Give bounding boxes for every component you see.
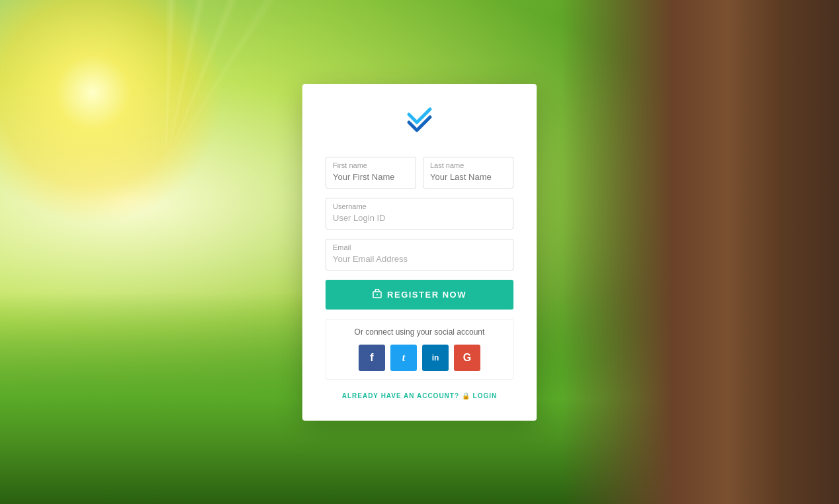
social-divider-text: Or connect using your social account xyxy=(334,327,505,337)
registration-card: First name Last name Username Email REGI… xyxy=(302,84,537,421)
linkedin-icon: in xyxy=(432,353,439,362)
logo-area xyxy=(326,104,513,138)
svg-point-1 xyxy=(376,294,378,295)
first-name-input[interactable] xyxy=(333,172,409,182)
brand-logo xyxy=(402,104,437,138)
google-icon: G xyxy=(463,352,471,364)
tree-layer xyxy=(561,0,839,504)
facebook-icon: f xyxy=(370,352,373,364)
name-row: First name Last name xyxy=(326,157,513,189)
google-button[interactable]: G xyxy=(454,345,480,371)
login-link[interactable]: ALREADY HAVE AN ACCOUNT? 🔒 LOGIN xyxy=(342,392,498,399)
email-input[interactable] xyxy=(333,254,506,264)
already-account-text: ALREADY HAVE AN ACCOUNT? xyxy=(342,392,459,399)
linkedin-button[interactable]: in xyxy=(422,345,449,371)
username-field: Username xyxy=(326,198,513,230)
sun-rays xyxy=(0,0,331,331)
register-icon xyxy=(373,289,382,300)
first-name-field: First name xyxy=(326,157,416,189)
login-text: LOGIN xyxy=(473,392,498,399)
last-name-field: Last name xyxy=(423,157,513,189)
social-buttons: f t in G xyxy=(334,345,505,371)
first-name-label: First name xyxy=(333,161,409,169)
register-button[interactable]: REGISTER NOW xyxy=(326,280,513,310)
last-name-label: Last name xyxy=(430,161,506,169)
email-label: Email xyxy=(333,243,506,251)
facebook-button[interactable]: f xyxy=(359,345,385,371)
email-field: Email xyxy=(326,239,513,271)
social-section: Or connect using your social account f t… xyxy=(326,319,513,380)
twitter-button[interactable]: t xyxy=(390,345,417,371)
lock-icon: 🔒 xyxy=(462,392,473,399)
login-link-area: ALREADY HAVE AN ACCOUNT? 🔒 LOGIN xyxy=(326,389,513,401)
last-name-input[interactable] xyxy=(430,172,506,182)
twitter-icon: t xyxy=(402,352,405,364)
username-label: Username xyxy=(333,202,506,210)
register-button-label: REGISTER NOW xyxy=(387,290,466,300)
username-input[interactable] xyxy=(333,213,506,223)
